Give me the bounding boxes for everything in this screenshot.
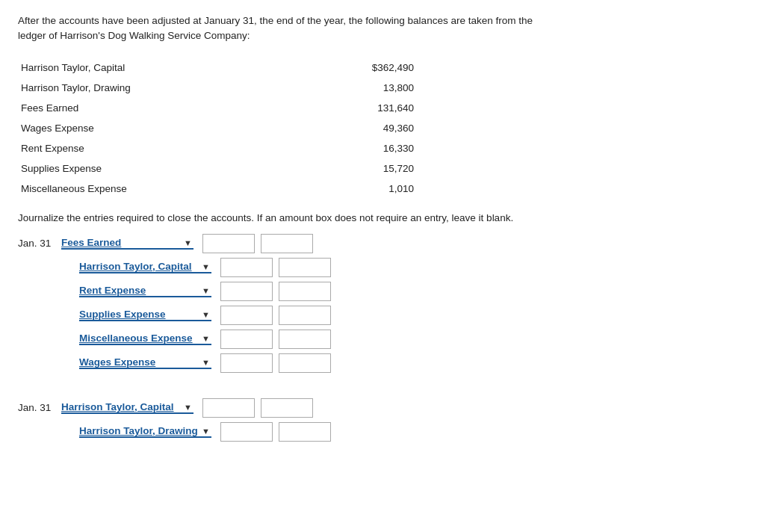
journal-entry-1: Jan. 31Fees EarnedHarrison Taylor, Capit…: [18, 234, 753, 373]
balance-row: Harrison Taylor, Capital$362,490: [18, 58, 436, 78]
account-amount: 15,720: [311, 158, 436, 179]
balance-row: Fees Earned131,640: [18, 98, 436, 118]
account-amount: 1,010: [311, 179, 436, 199]
journal-row: Fees EarnedHarrison Taylor, CapitalHarri…: [18, 330, 753, 349]
debit-input[interactable]: [202, 398, 255, 418]
account-select-wrapper[interactable]: Fees EarnedHarrison Taylor, CapitalHarri…: [79, 356, 211, 369]
amount-pair: [220, 282, 334, 301]
balance-row: Miscellaneous Expense1,010: [18, 179, 436, 199]
credit-input[interactable]: [279, 282, 331, 301]
balance-row: Wages Expense49,360: [18, 118, 436, 138]
amount-pair: [202, 234, 316, 253]
credit-input[interactable]: [279, 258, 331, 277]
account-amount: 49,360: [311, 118, 436, 138]
date-label: Jan. 31: [18, 402, 61, 413]
journal-row: Jan. 31Fees EarnedHarrison Taylor, Capit…: [18, 398, 753, 418]
debit-input[interactable]: [220, 353, 273, 373]
balance-row: Harrison Taylor, Drawing13,800: [18, 78, 436, 98]
amount-pair: [220, 306, 334, 325]
credit-input[interactable]: [279, 422, 331, 442]
account-select-wrapper[interactable]: Fees EarnedHarrison Taylor, CapitalHarri…: [61, 401, 193, 414]
account-select-wrapper[interactable]: Fees EarnedHarrison Taylor, CapitalHarri…: [61, 237, 193, 250]
amount-pair: [220, 353, 334, 373]
account-name: Wages Expense: [18, 118, 311, 138]
account-dropdown[interactable]: Fees EarnedHarrison Taylor, CapitalHarri…: [79, 261, 211, 272]
credit-input[interactable]: [279, 306, 331, 325]
account-select-wrapper[interactable]: Fees EarnedHarrison Taylor, CapitalHarri…: [79, 332, 211, 345]
credit-input[interactable]: [261, 234, 313, 253]
debit-input[interactable]: [220, 330, 273, 349]
debit-input[interactable]: [220, 282, 273, 301]
journal-row: Fees EarnedHarrison Taylor, CapitalHarri…: [18, 306, 753, 325]
date-label: Jan. 31: [18, 238, 61, 249]
credit-input[interactable]: [261, 398, 313, 418]
balance-table: Harrison Taylor, Capital$362,490Harrison…: [18, 58, 436, 199]
account-select-wrapper[interactable]: Fees EarnedHarrison Taylor, CapitalHarri…: [79, 425, 211, 438]
account-name: Harrison Taylor, Drawing: [18, 78, 311, 98]
balance-row: Supplies Expense15,720: [18, 158, 436, 179]
account-select-wrapper[interactable]: Fees EarnedHarrison Taylor, CapitalHarri…: [79, 285, 211, 297]
journal-entry-2: Jan. 31Fees EarnedHarrison Taylor, Capit…: [18, 398, 753, 442]
credit-input[interactable]: [279, 353, 331, 373]
instruction-text: Journalize the entries required to close…: [18, 212, 750, 223]
account-select-wrapper[interactable]: Fees EarnedHarrison Taylor, CapitalHarri…: [79, 261, 211, 273]
account-name: Rent Expense: [18, 138, 311, 158]
account-select-wrapper[interactable]: Fees EarnedHarrison Taylor, CapitalHarri…: [79, 309, 211, 321]
account-dropdown[interactable]: Fees EarnedHarrison Taylor, CapitalHarri…: [79, 309, 211, 320]
debit-input[interactable]: [202, 234, 255, 253]
account-dropdown[interactable]: Fees EarnedHarrison Taylor, CapitalHarri…: [79, 356, 211, 368]
account-dropdown[interactable]: Fees EarnedHarrison Taylor, CapitalHarri…: [79, 285, 211, 296]
account-name: Miscellaneous Expense: [18, 179, 311, 199]
debit-input[interactable]: [220, 306, 273, 325]
account-dropdown[interactable]: Fees EarnedHarrison Taylor, CapitalHarri…: [61, 401, 193, 412]
journal-row: Fees EarnedHarrison Taylor, CapitalHarri…: [18, 282, 753, 301]
amount-pair: [220, 258, 334, 277]
account-dropdown[interactable]: Fees EarnedHarrison Taylor, CapitalHarri…: [79, 425, 211, 436]
account-name: Fees Earned: [18, 98, 311, 118]
account-dropdown[interactable]: Fees EarnedHarrison Taylor, CapitalHarri…: [79, 332, 211, 344]
balance-row: Rent Expense16,330: [18, 138, 436, 158]
amount-pair: [220, 422, 334, 442]
account-amount: $362,490: [311, 58, 436, 78]
account-name: Supplies Expense: [18, 158, 311, 179]
journal-row: Fees EarnedHarrison Taylor, CapitalHarri…: [18, 422, 753, 442]
journal-row: Fees EarnedHarrison Taylor, CapitalHarri…: [18, 258, 753, 277]
account-amount: 16,330: [311, 138, 436, 158]
debit-input[interactable]: [220, 422, 273, 442]
account-amount: 131,640: [311, 98, 436, 118]
account-name: Harrison Taylor, Capital: [18, 58, 311, 78]
journal-row: Jan. 31Fees EarnedHarrison Taylor, Capit…: [18, 234, 753, 253]
account-amount: 13,800: [311, 78, 436, 98]
amount-pair: [202, 398, 316, 418]
account-dropdown[interactable]: Fees EarnedHarrison Taylor, CapitalHarri…: [61, 237, 193, 248]
debit-input[interactable]: [220, 258, 273, 277]
journal-row: Fees EarnedHarrison Taylor, CapitalHarri…: [18, 353, 753, 373]
amount-pair: [220, 330, 334, 349]
intro-paragraph: After the accounts have been adjusted at…: [18, 13, 750, 44]
credit-input[interactable]: [279, 330, 331, 349]
